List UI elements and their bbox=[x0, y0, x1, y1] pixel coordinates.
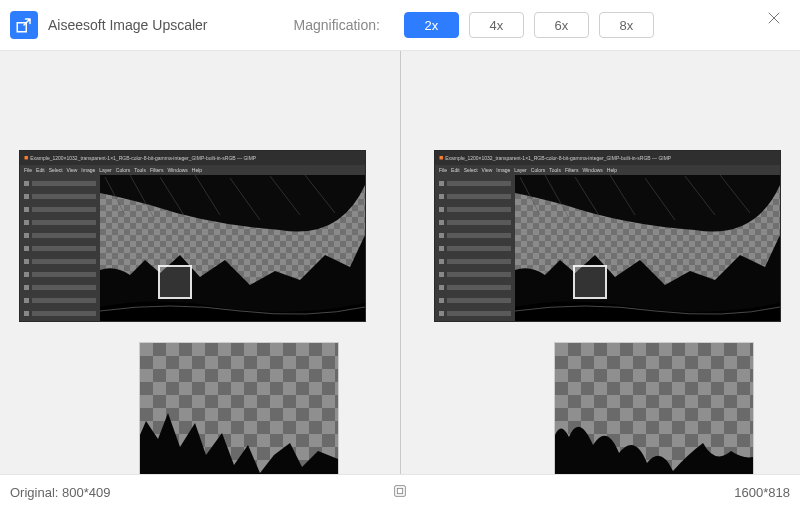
menu-item: File bbox=[24, 167, 32, 173]
close-button[interactable] bbox=[758, 2, 790, 34]
upscale-arrow-icon bbox=[15, 16, 33, 34]
zoom-selection-box[interactable] bbox=[573, 265, 607, 299]
menu-item: Filters bbox=[565, 167, 579, 173]
menu-item: Edit bbox=[36, 167, 45, 173]
menu-item: Colors bbox=[531, 167, 545, 173]
original-thumbnail[interactable]: Example_1200×1032_transparent-1×1_RGB-co… bbox=[20, 151, 365, 321]
menu-item: Edit bbox=[451, 167, 460, 173]
editor-menubar: File Edit Select View Image Layer Colors… bbox=[435, 165, 780, 175]
editor-titlebar: Example_1200×1032_transparent-1×1_RGB-co… bbox=[20, 151, 365, 165]
editor-titlebar: Example_1200×1032_transparent-1×1_RGB-co… bbox=[435, 151, 780, 165]
menu-item: File bbox=[439, 167, 447, 173]
magnification-options: 2x 4x 6x 8x bbox=[404, 12, 654, 38]
magnification-8x[interactable]: 8x bbox=[599, 12, 654, 38]
app-header: Aiseesoft Image Upscaler Magnification: … bbox=[0, 0, 800, 50]
upscaled-dimensions-label: 1600*818 bbox=[734, 485, 790, 500]
magnification-label: Magnification: bbox=[294, 17, 380, 33]
menu-item: Tools bbox=[134, 167, 146, 173]
menu-item: Colors bbox=[116, 167, 130, 173]
original-dimensions-label: Original: 800*409 bbox=[10, 485, 110, 500]
zoom-selection-box[interactable] bbox=[158, 265, 192, 299]
editor-file-menu bbox=[435, 175, 515, 321]
menu-item: Layer bbox=[514, 167, 527, 173]
editor-canvas bbox=[515, 175, 780, 321]
svg-rect-15 bbox=[395, 485, 406, 496]
compare-mode-button[interactable] bbox=[392, 483, 408, 502]
menu-item: Image bbox=[496, 167, 510, 173]
editor-canvas bbox=[100, 175, 365, 321]
menu-item: Help bbox=[607, 167, 617, 173]
svg-rect-16 bbox=[397, 488, 402, 493]
menu-item: Windows bbox=[583, 167, 603, 173]
magnification-6x[interactable]: 6x bbox=[534, 12, 589, 38]
menu-item: Select bbox=[49, 167, 63, 173]
menu-item: Windows bbox=[168, 167, 188, 173]
status-bar: Original: 800*409 1600*818 bbox=[0, 474, 800, 509]
app-title: Aiseesoft Image Upscaler bbox=[48, 17, 208, 33]
magnification-2x[interactable]: 2x bbox=[404, 12, 459, 38]
menu-item: Tools bbox=[549, 167, 561, 173]
upscaled-thumbnail[interactable]: Example_1200×1032_transparent-1×1_RGB-co… bbox=[435, 151, 780, 321]
compare-mode-icon bbox=[392, 483, 408, 499]
menu-item: View bbox=[482, 167, 493, 173]
menu-item: Filters bbox=[150, 167, 164, 173]
magnification-4x[interactable]: 4x bbox=[469, 12, 524, 38]
upscaled-pane: Example_1200×1032_transparent-1×1_RGB-co… bbox=[400, 51, 800, 509]
app-logo bbox=[10, 11, 38, 39]
menu-item: View bbox=[67, 167, 78, 173]
menu-item: Image bbox=[81, 167, 95, 173]
menu-item: Layer bbox=[99, 167, 112, 173]
editor-menubar: File Edit Select View Image Layer Colors… bbox=[20, 165, 365, 175]
original-pane: Example_1200×1032_transparent-1×1_RGB-co… bbox=[0, 51, 400, 509]
menu-item: Help bbox=[192, 167, 202, 173]
menu-item: Select bbox=[464, 167, 478, 173]
close-icon bbox=[765, 9, 783, 27]
pane-divider[interactable] bbox=[400, 51, 401, 474]
compare-area: Example_1200×1032_transparent-1×1_RGB-co… bbox=[0, 50, 800, 509]
editor-file-menu bbox=[20, 175, 100, 321]
